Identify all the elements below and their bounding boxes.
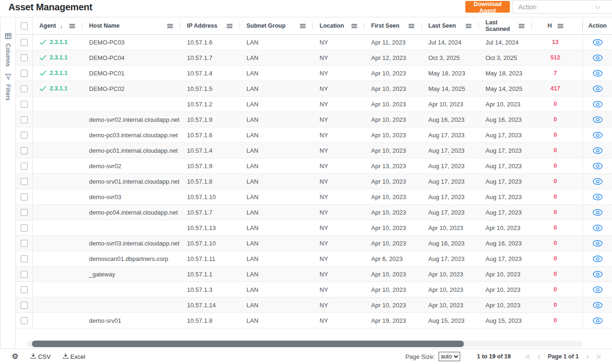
view-asset-eye-icon[interactable] <box>593 39 603 46</box>
sidebar-tab-filters[interactable]: Filters <box>5 73 11 101</box>
row-checkbox[interactable] <box>21 70 28 77</box>
view-asset-eye-icon[interactable] <box>593 302 603 309</box>
column-menu-icon[interactable] <box>519 24 524 28</box>
h-count: 0 <box>532 297 582 312</box>
next-page-button[interactable] <box>586 354 590 359</box>
row-checkbox[interactable] <box>21 255 28 262</box>
scrollbar-thumb[interactable] <box>32 341 464 347</box>
h-count: 0 <box>532 220 582 235</box>
row-checkbox[interactable] <box>21 85 28 92</box>
last-seen: Aug 17, 2023 <box>422 174 479 189</box>
column-menu-icon[interactable] <box>466 24 471 28</box>
last-seen: Apr 10, 2023 <box>422 267 479 282</box>
view-asset-eye-icon[interactable] <box>593 147 603 154</box>
view-asset-eye-icon[interactable] <box>593 101 603 108</box>
location: NY <box>313 35 365 50</box>
column-header-last-scanned[interactable]: Last Scanned <box>485 19 519 32</box>
h-count: 0 <box>532 112 582 127</box>
column-header-subnet-group[interactable]: Subnet Group <box>246 22 285 29</box>
column-header-h[interactable]: H <box>547 22 552 29</box>
host-name: demo-svr03.internal.cloudapp.net <box>82 236 180 251</box>
row-checkbox[interactable] <box>21 132 28 139</box>
first-page-button[interactable] <box>526 354 531 359</box>
view-asset-eye-icon[interactable] <box>593 163 603 170</box>
view-asset-eye-icon[interactable] <box>593 255 603 262</box>
column-header-first-seen[interactable]: First Seen <box>371 22 399 29</box>
ip-address: 10.57.1.10 <box>180 236 240 251</box>
host-name: _gateway <box>82 267 180 282</box>
row-checkbox[interactable] <box>21 271 28 278</box>
column-header-host-name[interactable]: Host Name <box>89 22 119 29</box>
column-header-location[interactable]: Location <box>320 22 344 29</box>
view-asset-eye-icon[interactable] <box>593 240 603 247</box>
last-seen: Apr 10, 2023 <box>422 220 479 235</box>
view-asset-eye-icon[interactable] <box>593 85 603 92</box>
row-checkbox[interactable] <box>21 101 28 108</box>
row-checkbox[interactable] <box>21 286 28 293</box>
column-menu-icon[interactable] <box>167 24 173 28</box>
table-row: demo-svr02.internal.cloudapp.net 10.57.1… <box>16 112 612 127</box>
view-asset-eye-icon[interactable] <box>593 209 603 216</box>
host-name <box>82 97 180 111</box>
ip-address: 10.57.1.1 <box>180 267 240 282</box>
gear-icon[interactable]: ⚙ <box>12 353 18 360</box>
table-row: _gateway 10.57.1.1 LAN NY Apr 10, 2023 A… <box>16 267 612 282</box>
column-menu-icon[interactable] <box>69 24 75 28</box>
export-excel-button[interactable]: Excel <box>63 353 85 360</box>
horizontal-scrollbar[interactable] <box>26 341 583 347</box>
subnet-group: LAN <box>240 35 313 50</box>
column-header-agent[interactable]: Agent <box>39 22 56 29</box>
row-checkbox[interactable] <box>21 116 28 123</box>
column-header-ip-address[interactable]: IP Address <box>187 22 217 29</box>
download-agent-button[interactable]: Download Agent <box>465 1 510 13</box>
host-name: demo-pc04.internal.cloudapp.net <box>82 205 180 220</box>
ip-address: 10.57.1.9 <box>180 158 240 173</box>
last-scanned: Aug 16, 2023 <box>479 236 532 251</box>
view-asset-eye-icon[interactable] <box>593 193 603 201</box>
last-page-button[interactable] <box>596 354 601 359</box>
column-menu-icon[interactable] <box>227 24 232 28</box>
view-asset-eye-icon[interactable] <box>593 70 603 77</box>
row-checkbox[interactable] <box>21 163 28 170</box>
select-all-checkbox[interactable] <box>21 22 28 30</box>
previous-page-button[interactable] <box>537 354 541 359</box>
last-scanned: Aug 17, 2023 <box>479 127 532 142</box>
row-checkbox[interactable] <box>21 147 28 154</box>
column-menu-icon[interactable] <box>351 24 357 28</box>
row-checkbox[interactable] <box>21 54 28 61</box>
export-csv-button[interactable]: CSV <box>30 353 51 360</box>
action-dropdown[interactable]: Action <box>512 0 612 14</box>
view-asset-eye-icon[interactable] <box>593 224 603 231</box>
first-seen: Apr 10, 2023 <box>365 282 422 297</box>
sidebar-tab-columns[interactable]: Columns <box>5 32 11 67</box>
column-menu-icon[interactable] <box>558 24 563 28</box>
ip-address: 10.57.1.8 <box>180 313 240 328</box>
row-checkbox[interactable] <box>21 209 28 216</box>
column-menu-icon[interactable] <box>300 24 306 28</box>
host-name: demoscan01.dbpartners.corp <box>82 251 180 266</box>
row-checkbox[interactable] <box>21 317 28 324</box>
subnet-group: LAN <box>240 174 313 189</box>
subnet-group: LAN <box>240 220 313 235</box>
view-asset-eye-icon[interactable] <box>593 271 603 278</box>
row-checkbox[interactable] <box>21 39 28 46</box>
row-checkbox[interactable] <box>21 240 28 247</box>
column-header-last-seen[interactable]: Last Seen <box>428 22 456 29</box>
view-asset-eye-icon[interactable] <box>593 116 603 123</box>
row-checkbox[interactable] <box>21 193 28 201</box>
view-asset-eye-icon[interactable] <box>593 317 603 324</box>
location: NY <box>313 205 365 220</box>
last-scanned: Aug 17, 2023 <box>479 143 532 158</box>
page-size-select[interactable]: auto <box>439 352 460 361</box>
row-checkbox[interactable] <box>21 302 28 309</box>
host-name: demo-pc03.internal.cloudapp.net <box>82 127 180 142</box>
sort-desc-icon[interactable]: ↓ <box>60 22 63 30</box>
column-menu-icon[interactable] <box>409 24 414 28</box>
row-checkbox[interactable] <box>21 178 28 185</box>
row-checkbox[interactable] <box>21 224 28 231</box>
view-asset-eye-icon[interactable] <box>593 132 603 139</box>
subnet-group: LAN <box>240 282 313 297</box>
view-asset-eye-icon[interactable] <box>593 286 603 293</box>
view-asset-eye-icon[interactable] <box>593 54 603 61</box>
view-asset-eye-icon[interactable] <box>593 178 603 185</box>
